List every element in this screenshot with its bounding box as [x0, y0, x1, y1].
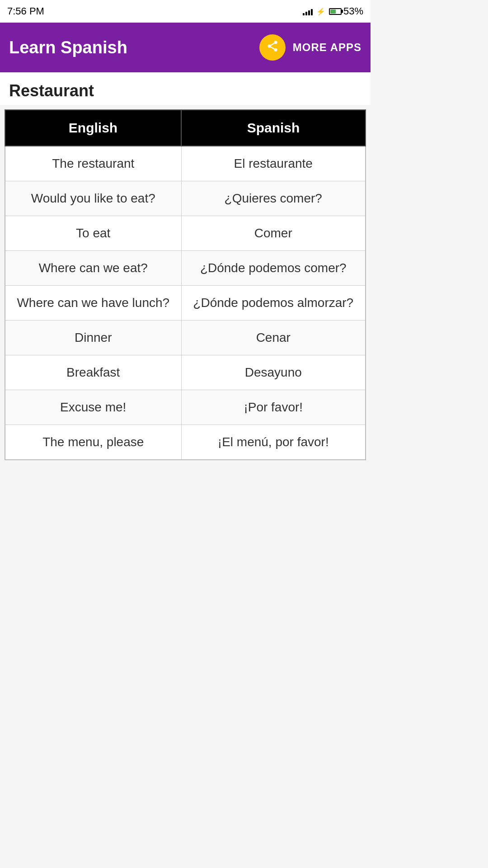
- status-bar: 7:56 PM ⚡ 53%: [0, 0, 371, 23]
- vocabulary-table: English Spanish The restaurantEl restaur…: [5, 109, 366, 460]
- column-header-spanish: Spanish: [181, 110, 366, 146]
- app-title: Learn Spanish: [9, 38, 127, 57]
- cell-spanish: ¡El menú, por favor!: [181, 425, 366, 460]
- cell-spanish: Comer: [181, 216, 366, 251]
- status-icons: ⚡ 53%: [303, 5, 363, 17]
- page-title: Restaurant: [9, 81, 361, 100]
- header-actions: MORE APPS: [259, 34, 361, 61]
- cell-english: Where can we have lunch?: [5, 286, 181, 321]
- more-apps-button[interactable]: MORE APPS: [293, 41, 361, 54]
- table-row: Would you like to eat?¿Quieres comer?: [5, 181, 366, 216]
- table-body: The restaurantEl restauranteWould you li…: [5, 146, 366, 460]
- vocabulary-table-container: English Spanish The restaurantEl restaur…: [0, 105, 371, 469]
- cell-english: Would you like to eat?: [5, 181, 181, 216]
- share-button[interactable]: [259, 34, 286, 61]
- table-header-row: English Spanish: [5, 110, 366, 146]
- battery-percent: 53%: [343, 5, 363, 17]
- table-row: DinnerCenar: [5, 321, 366, 355]
- cell-spanish: Cenar: [181, 321, 366, 355]
- cell-spanish: Desayuno: [181, 355, 366, 390]
- cell-spanish: ¿Dónde podemos comer?: [181, 251, 366, 286]
- table-header: English Spanish: [5, 110, 366, 146]
- svg-point-1: [267, 44, 271, 47]
- share-icon: [266, 40, 279, 56]
- svg-line-3: [271, 47, 274, 49]
- cell-english: To eat: [5, 216, 181, 251]
- cell-english: Where can we eat?: [5, 251, 181, 286]
- battery-indicator: 53%: [329, 5, 363, 17]
- svg-line-4: [271, 43, 274, 45]
- table-row: To eatComer: [5, 216, 366, 251]
- charging-icon: ⚡: [316, 7, 325, 16]
- column-header-english: English: [5, 110, 181, 146]
- cell-spanish: ¿Dónde podemos almorzar?: [181, 286, 366, 321]
- table-row: Excuse me!¡Por favor!: [5, 390, 366, 425]
- svg-point-0: [274, 41, 277, 44]
- cell-spanish: El restaurante: [181, 146, 366, 181]
- table-row: BreakfastDesayuno: [5, 355, 366, 390]
- status-time: 7:56 PM: [7, 5, 44, 17]
- table-row: The menu, please¡El menú, por favor!: [5, 425, 366, 460]
- battery-icon: [329, 8, 342, 15]
- cell-english: Excuse me!: [5, 390, 181, 425]
- battery-fill: [330, 9, 336, 14]
- cell-spanish: ¿Quieres comer?: [181, 181, 366, 216]
- cell-english: Breakfast: [5, 355, 181, 390]
- cell-english: The restaurant: [5, 146, 181, 181]
- app-header: Learn Spanish MORE APPS: [0, 23, 371, 72]
- cell-english: The menu, please: [5, 425, 181, 460]
- page-title-container: Restaurant: [0, 72, 371, 105]
- table-row: Where can we eat?¿Dónde podemos comer?: [5, 251, 366, 286]
- cell-english: Dinner: [5, 321, 181, 355]
- cell-spanish: ¡Por favor!: [181, 390, 366, 425]
- svg-point-2: [274, 48, 277, 51]
- signal-icon: [303, 7, 313, 15]
- table-row: The restaurantEl restaurante: [5, 146, 366, 181]
- table-row: Where can we have lunch?¿Dónde podemos a…: [5, 286, 366, 321]
